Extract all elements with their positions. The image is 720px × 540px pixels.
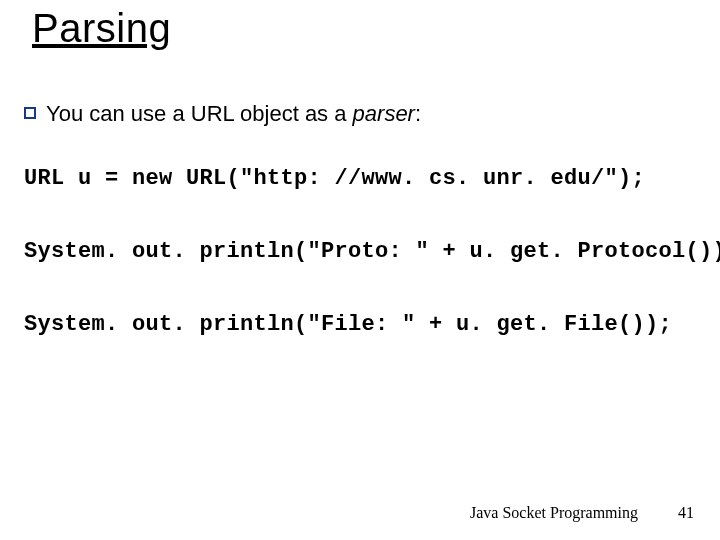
slide-body: You can use a URL object as a parser: UR… <box>24 100 710 385</box>
bullet-suffix: : <box>415 101 421 126</box>
bullet-italic-word: parser <box>353 101 415 126</box>
code-line-1: URL u = new URL("http: //www. cs. unr. e… <box>24 166 710 191</box>
code-line-3: System. out. println("File: " + u. get. … <box>24 312 710 337</box>
slide-title: Parsing <box>32 6 171 51</box>
footer-label: Java Socket Programming <box>470 504 638 521</box>
bullet-prefix: You can use a URL object as a <box>46 101 353 126</box>
bullet-text: You can use a URL object as a parser: <box>46 100 421 128</box>
square-bullet-icon <box>24 107 36 119</box>
slide: Parsing You can use a URL object as a pa… <box>0 0 720 540</box>
slide-footer: Java Socket Programming 41 <box>470 504 694 522</box>
bullet-item: You can use a URL object as a parser: <box>24 100 710 128</box>
code-line-2: System. out. println("Proto: " + u. get.… <box>24 239 710 264</box>
page-number: 41 <box>678 504 694 522</box>
